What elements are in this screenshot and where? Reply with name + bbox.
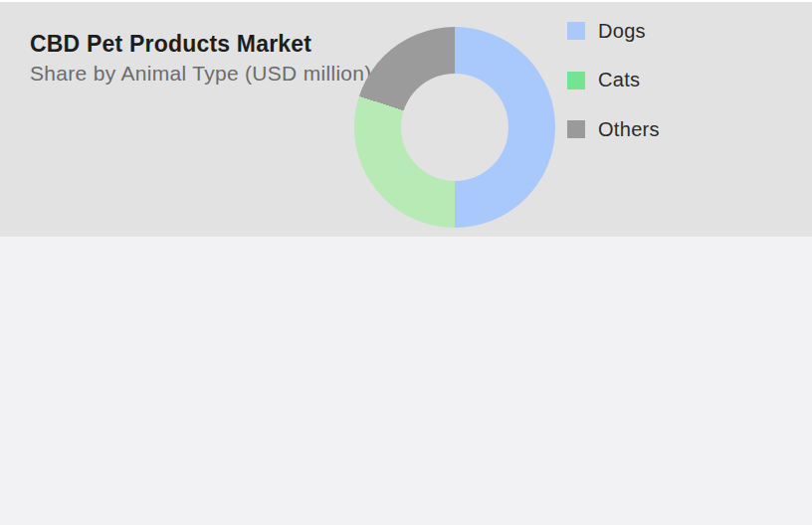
legend-label: Dogs: [598, 20, 646, 43]
page-title: CBD Pet Products Market: [30, 31, 311, 58]
legend-item-cats: Cats: [567, 72, 660, 89]
legend-item-dogs: Dogs: [567, 22, 660, 40]
legend-swatch: [567, 120, 585, 138]
legend: DogsCatsOthers: [567, 22, 660, 170]
donut-chart: [354, 27, 555, 228]
legend-swatch: [567, 22, 585, 40]
page-subtitle: Share by Animal Type (USD million): [30, 62, 372, 86]
legend-swatch: [567, 72, 585, 89]
bar-section: 2018201920202021202220232024202520262027…: [0, 237, 812, 525]
legend-label: Cats: [598, 69, 640, 91]
legend-item-others: Others: [567, 120, 660, 138]
donut-hole: [401, 74, 508, 181]
legend-label: Others: [598, 118, 660, 141]
infographic-canvas: CBD Pet Products Market Share by Animal …: [0, 0, 812, 525]
donut-section: CBD Pet Products Market Share by Animal …: [0, 2, 812, 237]
